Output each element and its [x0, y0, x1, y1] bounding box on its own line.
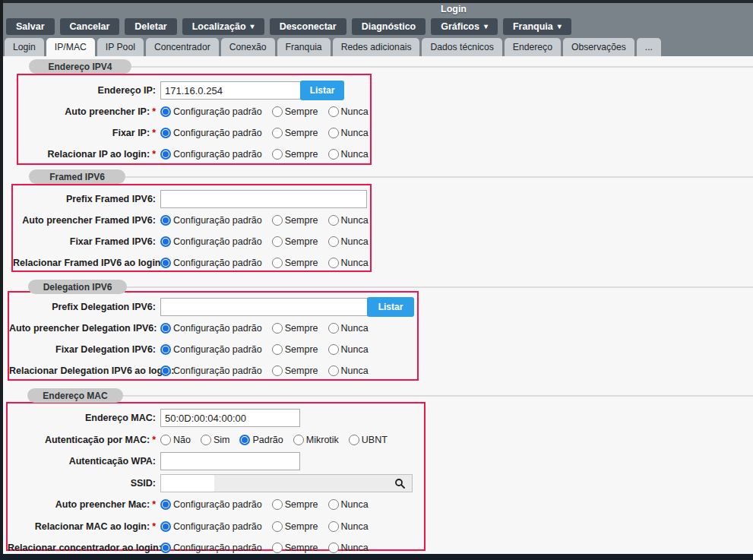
toolbar-button-cancelar[interactable]: Cancelar	[60, 18, 120, 35]
radio-circle[interactable]	[328, 149, 339, 160]
radio-option-nunca[interactable]: Nunca	[328, 323, 369, 334]
radio-option-configuracao-padrao[interactable]: Configuração padrão	[160, 128, 262, 138]
radio-circle[interactable]	[328, 258, 339, 268]
radio-option-configuracao-padrao[interactable]: Configuração padrão	[160, 149, 262, 160]
radio-option-nunca[interactable]: Nunca	[328, 344, 369, 355]
radio-option-configuracao-padrao[interactable]: Configuração padrão	[160, 543, 262, 553]
radio-circle[interactable]	[272, 258, 283, 268]
radio-option-sempre[interactable]: Sempre	[272, 323, 318, 334]
radio-option-sempre[interactable]: Sempre	[272, 128, 318, 138]
radio-circle[interactable]	[328, 521, 339, 532]
radio-circle[interactable]	[272, 323, 283, 334]
radio-option-sempre[interactable]: Sempre	[272, 215, 318, 226]
radio-option-configuracao-padrao[interactable]: Configuração padrão	[160, 344, 262, 355]
radio-circle[interactable]	[160, 236, 171, 247]
toolbar-button-diagnostico[interactable]: Diagnóstico	[352, 18, 426, 35]
text-input-prefix-framed-ipv6[interactable]	[160, 190, 367, 208]
toolbar-button-desconectar[interactable]: Desconectar	[270, 18, 346, 35]
toolbar-button-franquia[interactable]: Franquia▾	[503, 18, 571, 35]
text-input-prefix-delegation-ipv6[interactable]	[160, 298, 368, 316]
radio-circle[interactable]	[272, 149, 283, 160]
radio-circle[interactable]	[160, 344, 171, 355]
radio-option-sempre[interactable]: Sempre	[272, 543, 318, 553]
radio-circle[interactable]	[160, 149, 171, 160]
radio-circle[interactable]	[349, 435, 359, 445]
toolbar-button-salvar[interactable]: Salvar	[6, 18, 55, 35]
radio-option-configuracao-padrao[interactable]: Configuração padrão	[160, 365, 262, 376]
toolbar-button-deletar[interactable]: Deletar	[125, 18, 176, 35]
radio-option-nao[interactable]: Não	[160, 435, 191, 445]
radio-circle[interactable]	[160, 435, 171, 445]
radio-circle[interactable]	[328, 344, 339, 355]
radio-circle[interactable]	[272, 499, 283, 510]
search-icon[interactable]	[394, 478, 406, 489]
text-input-autenticacao-wpa[interactable]	[160, 452, 300, 470]
text-input-endereco-mac[interactable]	[160, 409, 300, 427]
radio-option-sempre[interactable]: Sempre	[272, 344, 318, 355]
tab-dados-tecnicos[interactable]: Dados técnicos	[422, 38, 501, 56]
radio-circle[interactable]	[272, 128, 283, 138]
radio-option-nunca[interactable]: Nunca	[328, 521, 369, 532]
radio-circle[interactable]	[201, 435, 211, 445]
radio-circle[interactable]	[272, 215, 283, 226]
radio-option-nunca[interactable]: Nunca	[328, 149, 369, 160]
radio-option-configuracao-padrao[interactable]: Configuração padrão	[160, 521, 262, 532]
radio-option-nunca[interactable]: Nunca	[328, 499, 369, 510]
radio-circle[interactable]	[272, 236, 283, 247]
tab-ip-mac[interactable]: IP/MAC	[46, 38, 95, 56]
radio-circle[interactable]	[328, 215, 339, 226]
tab-ip-pool[interactable]: IP Pool	[97, 38, 144, 56]
radio-circle[interactable]	[272, 521, 283, 532]
radio-option-nunca[interactable]: Nunca	[328, 236, 369, 247]
listar-button[interactable]: Listar	[300, 81, 344, 100]
radio-circle[interactable]	[328, 365, 339, 376]
radio-circle[interactable]	[160, 128, 171, 138]
radio-option-configuracao-padrao[interactable]: Configuração padrão	[160, 499, 262, 510]
radio-option-nunca[interactable]: Nunca	[328, 215, 369, 226]
tab-endereco[interactable]: Endereço	[505, 38, 561, 56]
radio-circle[interactable]	[160, 543, 171, 553]
radio-option-configuracao-padrao[interactable]: Configuração padrão	[160, 215, 262, 226]
radio-circle[interactable]	[328, 323, 339, 334]
radio-circle[interactable]	[160, 521, 171, 532]
radio-option-sim[interactable]: Sim	[201, 435, 230, 445]
radio-circle[interactable]	[272, 344, 283, 355]
radio-option-nunca[interactable]: Nunca	[328, 543, 369, 553]
radio-option-sempre[interactable]: Sempre	[272, 149, 318, 160]
tab-franquia[interactable]: Franquia	[277, 38, 331, 56]
radio-option-nunca[interactable]: Nunca	[328, 106, 369, 117]
radio-option-nunca[interactable]: Nunca	[328, 128, 369, 138]
radio-option-configuracao-padrao[interactable]: Configuração padrão	[160, 323, 262, 334]
radio-circle[interactable]	[293, 435, 304, 445]
toolbar-button-localizacao[interactable]: Localização▾	[182, 18, 264, 35]
radio-option-ubnt[interactable]: UBNT	[349, 435, 388, 445]
radio-circle[interactable]	[160, 258, 171, 268]
radio-option-sempre[interactable]: Sempre	[272, 365, 318, 376]
radio-option-sempre[interactable]: Sempre	[272, 258, 318, 268]
radio-circle[interactable]	[272, 365, 283, 376]
radio-circle[interactable]	[160, 215, 171, 226]
radio-circle[interactable]	[160, 106, 171, 117]
radio-circle[interactable]	[328, 543, 339, 553]
radio-circle[interactable]	[328, 128, 339, 138]
tab-login[interactable]: Login	[5, 38, 44, 56]
radio-option-nunca[interactable]: Nunca	[328, 258, 369, 268]
ssid-input[interactable]	[161, 475, 214, 492]
radio-circle[interactable]	[160, 499, 171, 510]
radio-circle[interactable]	[160, 365, 171, 376]
tab-observacoes[interactable]: Observações	[563, 38, 634, 56]
radio-option-nunca[interactable]: Nunca	[328, 365, 369, 376]
radio-option-sempre[interactable]: Sempre	[272, 236, 318, 247]
radio-option-sempre[interactable]: Sempre	[272, 499, 318, 510]
radio-circle[interactable]	[239, 435, 250, 445]
radio-circle[interactable]	[160, 323, 171, 334]
tab-conexao[interactable]: Conexão	[221, 38, 275, 56]
radio-circle[interactable]	[328, 236, 339, 247]
radio-option-mikrotik[interactable]: Mikrotik	[293, 435, 339, 445]
tab-concentrador[interactable]: Concentrador	[146, 38, 219, 56]
radio-circle[interactable]	[272, 543, 283, 553]
radio-option-padrao[interactable]: Padrão	[239, 435, 283, 445]
radio-option-sempre[interactable]: Sempre	[272, 106, 318, 117]
tab-redes-adicionais[interactable]: Redes adicionais	[333, 38, 420, 56]
radio-circle[interactable]	[272, 106, 283, 117]
